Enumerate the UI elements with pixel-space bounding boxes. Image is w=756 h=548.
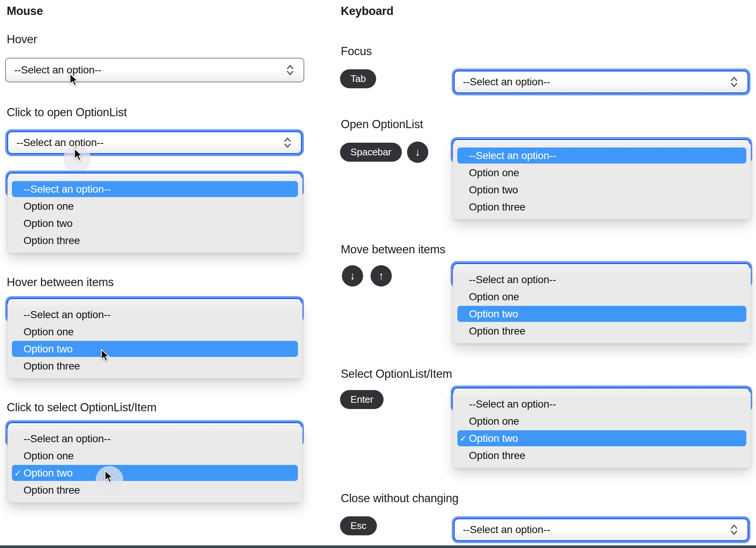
select-close[interactable]: --Select an option-- [454,518,749,541]
arrow-down-icon: ↓ [415,146,420,158]
option-item-selected[interactable]: --Select an option-- [457,148,746,164]
mouse-hover-items-label: Hover between items [7,276,114,289]
option-item-selected[interactable]: --Select an option-- [12,181,298,197]
mouse-click-open-label: Click to open OptionList [7,106,127,119]
bottom-divider [0,545,756,548]
option-item[interactable]: --Select an option-- [12,431,298,447]
chevron-updown-icon [730,523,738,536]
option-item[interactable]: Option three [457,323,746,339]
option-item[interactable]: Option two [12,215,298,231]
optionlist-hover-items: --Select an option-- Option one Option t… [5,298,304,381]
option-item[interactable]: --Select an option-- [12,307,298,323]
option-item-label: Option two [23,467,73,479]
option-item[interactable]: Option one [457,165,746,181]
mouse-cursor-icon [73,148,85,163]
option-list: --Select an option-- Option one Option t… [7,301,302,378]
key-badge-arrow-down: ↓ [342,265,363,286]
option-list: --Select an option-- Option one ✓Option … [7,425,302,503]
option-item[interactable]: Option three [457,447,746,463]
option-item-label: Option two [469,433,518,444]
optionlist-open: --Select an option-- Option one Option t… [5,172,304,255]
option-item-selected[interactable]: ✓Option two [457,430,746,446]
key-badge-tab: Tab [340,69,376,88]
mouse-hover-label: Hover [7,33,37,46]
keyboard-select-label: Select OptionList/Item [341,367,452,381]
chevron-updown-icon [730,75,738,89]
optionlist-open-keyboard: --Select an option-- Option one Option t… [451,139,752,222]
option-item[interactable]: Option three [457,199,746,215]
option-item[interactable]: Option two [457,182,746,198]
option-item[interactable]: Option one [457,413,746,429]
keyboard-move-label: Move between items [341,243,445,256]
select-value: --Select an option-- [16,137,104,149]
select-value: --Select an option-- [463,76,550,88]
optionlist-move: --Select an option-- Option one Option t… [451,263,752,346]
keyboard-heading: Keyboard [341,4,393,18]
mouse-cursor-icon [99,349,111,364]
mouse-cursor-icon [103,470,115,485]
key-badge-spacebar: Spacebar [340,143,402,162]
option-item[interactable]: Option one [12,324,298,340]
option-list: --Select an option-- Option one ✓Option … [453,391,751,468]
keyboard-open-label: Open OptionList [341,118,423,131]
key-badge-arrow-down: ↓ [407,142,428,163]
option-list: --Select an option-- Option one Option t… [453,266,751,343]
option-item[interactable]: Option three [12,232,298,248]
option-item[interactable]: Option three [12,358,298,374]
optionlist-click-select: --Select an option-- Option one ✓Option … [5,422,304,505]
select-value: --Select an option-- [14,64,101,76]
select-hover[interactable]: --Select an option-- [5,58,304,82]
option-item-active[interactable]: Option two [457,306,746,322]
arrow-down-icon: ↓ [350,270,355,282]
option-item-hovered[interactable]: Option two [12,341,298,357]
option-item-selected[interactable]: ✓Option two [12,465,298,481]
select-click-open[interactable]: --Select an option-- [7,131,302,154]
option-item[interactable]: --Select an option-- [457,396,746,412]
check-icon: ✓ [14,468,21,478]
option-list: --Select an option-- Option one Option t… [7,176,302,253]
keyboard-close-label: Close without changing [341,492,458,505]
option-item[interactable]: Option one [457,289,746,305]
check-icon: ✓ [460,433,467,443]
key-badge-enter: Enter [340,390,384,409]
page: Mouse Hover --Select an option-- Click t… [0,0,756,548]
option-item[interactable]: Option one [12,448,298,464]
mouse-click-select-label: Click to select OptionList/Item [7,401,156,414]
option-item[interactable]: Option three [12,482,298,498]
select-focus[interactable]: --Select an option-- [454,70,749,94]
arrow-up-icon: ↑ [378,270,384,282]
key-badge-arrow-up: ↑ [371,265,392,286]
keyboard-focus-label: Focus [341,45,372,58]
option-item[interactable]: --Select an option-- [457,272,746,288]
option-list: --Select an option-- Option one Option t… [453,142,751,219]
key-badge-esc: Esc [340,516,377,535]
option-item[interactable]: Option one [12,198,298,214]
mouse-heading: Mouse [7,4,43,18]
optionlist-select: --Select an option-- Option one ✓Option … [451,387,752,470]
chevron-updown-icon [286,63,295,77]
chevron-updown-icon [283,136,292,149]
mouse-cursor-icon [68,73,80,88]
select-value: --Select an option-- [463,524,550,536]
